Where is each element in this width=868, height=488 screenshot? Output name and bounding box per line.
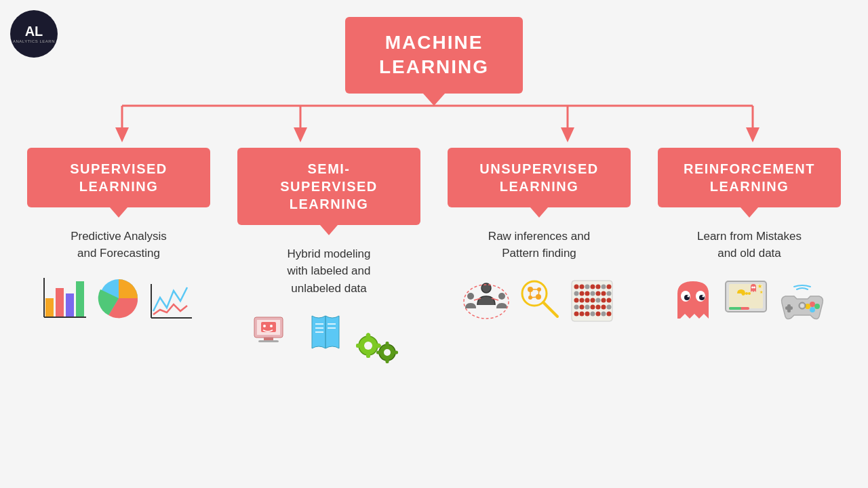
svg-point-93 [591, 311, 595, 316]
svg-rect-24 [258, 340, 279, 342]
svg-point-46 [467, 293, 474, 300]
svg-point-72 [591, 291, 595, 296]
svg-point-115 [810, 302, 815, 307]
ml-title-box: MACHINELEARNING [345, 17, 523, 94]
semi-supervised-column: SEMI-SUPERVISEDLEARNING Hybrid modelingw… [237, 148, 420, 367]
svg-point-87 [596, 304, 601, 309]
svg-point-95 [601, 311, 606, 316]
gears-icon [355, 312, 409, 366]
svg-point-120 [800, 304, 804, 308]
svg-point-116 [814, 304, 820, 309]
svg-point-81 [601, 298, 606, 302]
svg-point-86 [591, 304, 595, 309]
bar-chart-icon [42, 274, 90, 322]
diagram-container: AL ANALYTICS LEARN MACHINELEARNING SUPER… [0, 0, 868, 488]
svg-point-64 [585, 284, 590, 289]
svg-rect-34 [366, 352, 370, 358]
supervised-desc: Predictive Analysisand Forecasting [71, 228, 167, 262]
unsupervised-column: UNSUPERVISEDLEARNING Raw inferences andP… [448, 148, 631, 367]
ghost-icon [669, 274, 717, 322]
svg-point-107 [745, 292, 748, 295]
search-pattern-icon [515, 274, 563, 322]
bottom-row: SUPERVISEDLEARNING Predictive Analysisan… [27, 148, 841, 367]
svg-rect-23 [264, 338, 273, 340]
reinforcement-desc: Learn from Mistakesand old data [697, 228, 802, 262]
svg-point-84 [580, 304, 585, 309]
computer-learning-icon [249, 309, 296, 357]
svg-point-75 [607, 291, 612, 296]
reinforcement-box: REINFORCEMENTLEARNING [658, 148, 841, 207]
svg-point-69 [574, 291, 579, 296]
svg-point-78 [585, 298, 590, 302]
semi-supervised-box: SEMI-SUPERVISEDLEARNING [237, 148, 420, 225]
svg-point-74 [601, 291, 606, 296]
pie-chart-icon [95, 274, 142, 322]
binary-icon [568, 277, 616, 325]
svg-point-106 [753, 286, 755, 288]
svg-point-105 [751, 286, 753, 288]
svg-marker-5 [115, 127, 129, 142]
svg-point-82 [607, 298, 612, 302]
logo-initials: AL [25, 24, 43, 38]
svg-point-21 [263, 325, 266, 327]
svg-point-70 [580, 291, 585, 296]
logo-subtitle: ANALYTICS LEARN [13, 39, 55, 43]
reinforcement-icons: ★ ★ [658, 274, 841, 331]
svg-rect-42 [386, 359, 389, 363]
line-chart-icon [148, 277, 195, 325]
svg-point-108 [748, 292, 751, 295]
svg-point-77 [580, 298, 585, 302]
svg-point-85 [585, 304, 590, 309]
game-screen-icon: ★ ★ [722, 274, 770, 322]
svg-point-62 [574, 284, 579, 289]
reinforcement-column: REINFORCEMENTLEARNING Learn from Mistake… [658, 148, 841, 367]
unsupervised-icons [448, 274, 631, 325]
svg-point-68 [607, 284, 612, 289]
svg-point-89 [607, 304, 612, 309]
svg-point-90 [574, 311, 579, 316]
svg-rect-11 [66, 293, 74, 317]
svg-rect-12 [76, 281, 84, 317]
svg-point-80 [596, 298, 601, 302]
svg-point-94 [596, 311, 601, 316]
svg-point-65 [591, 284, 595, 289]
svg-line-59 [538, 289, 539, 297]
semi-supervised-desc: Hybrid modelingwith labeled andunlabeled… [288, 245, 371, 298]
svg-rect-112 [729, 307, 741, 310]
svg-point-91 [580, 311, 585, 316]
semi-supervised-icons [237, 309, 420, 366]
svg-point-63 [580, 284, 585, 289]
svg-point-102 [703, 295, 705, 297]
book-icon [302, 309, 349, 357]
svg-text:★: ★ [760, 290, 763, 294]
svg-point-96 [607, 311, 612, 316]
svg-point-40 [384, 349, 391, 356]
logo: AL ANALYTICS LEARN [10, 10, 58, 58]
svg-point-79 [591, 298, 595, 302]
svg-rect-9 [45, 298, 54, 317]
svg-marker-6 [294, 127, 307, 142]
svg-rect-44 [393, 351, 398, 354]
svg-marker-7 [561, 127, 574, 142]
svg-point-73 [596, 291, 601, 296]
svg-point-76 [574, 298, 579, 302]
svg-point-22 [270, 325, 273, 327]
supervised-column: SUPERVISEDLEARNING Predictive Analysisan… [27, 148, 210, 367]
unsupervised-box: UNSUPERVISEDLEARNING [448, 148, 631, 207]
svg-rect-35 [356, 344, 361, 348]
game-controller-icon [775, 277, 829, 331]
svg-point-92 [585, 311, 590, 316]
supervised-icons [27, 274, 210, 325]
svg-point-32 [364, 342, 372, 350]
unsupervised-desc: Raw inferences andPattern finding [488, 228, 590, 262]
svg-rect-114 [785, 306, 793, 310]
svg-point-101 [688, 295, 690, 297]
network-icon [462, 274, 510, 322]
svg-rect-43 [376, 351, 381, 354]
svg-marker-8 [746, 127, 760, 142]
svg-point-117 [810, 307, 815, 312]
svg-rect-10 [56, 288, 64, 317]
svg-point-71 [585, 291, 590, 296]
svg-line-52 [543, 302, 557, 317]
svg-line-60 [530, 297, 538, 298]
